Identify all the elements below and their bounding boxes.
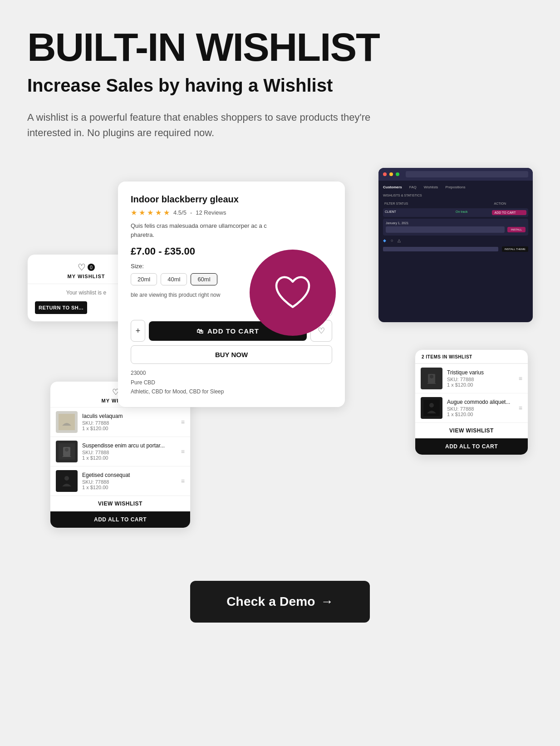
admin-bottom-bar: INSTALL THEME — [383, 246, 528, 252]
browser-dot-red — [383, 172, 387, 176]
item-info-1: Iaculis velaquam SKU: 77888 1 x $120.00 — [82, 413, 177, 431]
item-info-3: Egetised consequat SKU: 77888 1 x $120.0… — [82, 472, 177, 490]
admin-nav: Customers FAQ Wishlists Prepositions — [383, 185, 528, 189]
admin-input-1[interactable] — [386, 226, 505, 233]
admin-bottom-field[interactable] — [383, 247, 498, 251]
product-title: Indoor blackberry gleaux — [131, 194, 332, 205]
item-remove-2[interactable]: ≡ — [181, 448, 185, 455]
right-item-thumb-1 — [421, 368, 442, 389]
admin-content: Customers FAQ Wishlists Prepositions WIS… — [378, 181, 533, 256]
item-thumb-2 — [56, 441, 78, 462]
admin-controls: INSTALL — [386, 226, 526, 233]
cta-section: Check a Demo → — [27, 581, 533, 623]
add-to-cart-label: ADD TO CART — [207, 327, 259, 335]
check-demo-button[interactable]: Check a Demo → — [190, 581, 370, 623]
page-description: A wishlist is a powerful feature that en… — [27, 110, 399, 141]
add-all-to-cart-button-left[interactable]: ADD ALL TO CART — [50, 511, 190, 528]
admin-td-name-1: CLIENT — [385, 210, 454, 215]
admin-nav-item-4: Prepositions — [445, 185, 465, 189]
right-item-remove-2[interactable]: ≡ — [519, 404, 522, 412]
item-qty-2: 1 x $120.00 — [82, 455, 177, 461]
item-name-2: Suspendisse enim arcu ut portar... — [82, 442, 177, 449]
add-all-to-cart-button-right[interactable]: ADD ALL TO CART — [415, 438, 528, 455]
admin-sub-nav: WISHLISTS & STATISTICS — [383, 194, 528, 197]
wishlist-right-item-2: Augue commodo aliquet... SKU: 77888 1 x … — [415, 393, 528, 422]
admin-row-1: CLIENT On track ADD TO CART — [383, 208, 528, 217]
item-sku-1: SKU: 77888 — [82, 420, 177, 426]
item-image-2 — [59, 443, 75, 460]
admin-url-bar — [406, 171, 528, 177]
heart-circle-decoration — [250, 250, 336, 336]
right-item-sku-1: SKU: 77888 — [447, 377, 514, 382]
svg-rect-4 — [59, 473, 75, 489]
wishlist-item-3: Egetised consequat SKU: 77888 1 x $120.0… — [50, 466, 190, 496]
wishlist-right-item-1: Tristique varius SKU: 77888 1 x $120.00 … — [415, 363, 528, 393]
admin-th-2 — [456, 201, 491, 206]
svg-point-5 — [64, 476, 69, 481]
item-name-1: Iaculis velaquam — [82, 413, 177, 419]
view-wishlist-button-left[interactable]: VIEW WISHLIST — [50, 496, 190, 511]
review-count: 12 Reviews — [196, 209, 226, 216]
admin-panel-card: Customers FAQ Wishlists Prepositions WIS… — [378, 168, 533, 322]
buy-now-button[interactable]: BUY NOW — [131, 345, 332, 364]
right-item-info-2: Augue commodo aliquet... SKU: 77888 1 x … — [447, 399, 514, 417]
admin-install-btn[interactable]: INSTALL THEME — [502, 246, 528, 252]
wishlist-icon-row: ♡ 0 — [78, 262, 95, 273]
right-item-sku-2: SKU: 77888 — [447, 406, 514, 412]
page-sub-title: Increase Sales by having a Wishlist — [27, 74, 533, 96]
admin-th-3: ACTION — [493, 201, 529, 206]
right-item-name-1: Tristique varius — [447, 369, 514, 376]
wishlist-title-label: MY WISHLIST — [68, 274, 105, 279]
admin-social-icon-2: ○ — [391, 238, 393, 243]
item-remove-1[interactable]: ≡ — [181, 418, 185, 426]
rating-separator: - — [190, 209, 192, 216]
star-2: ★ — [139, 208, 145, 217]
wishlist-item-1: Iaculis velaquam SKU: 77888 1 x $120.00 … — [50, 407, 190, 437]
admin-date-range: January 1, 2021 — [386, 221, 526, 225]
item-sku-3: SKU: 77888 — [82, 479, 177, 485]
return-to-shop-button[interactable]: RETURN TO SH... — [35, 301, 87, 314]
admin-nav-item-1: Customers — [383, 185, 402, 189]
admin-browser-bar — [378, 168, 533, 181]
product-vendor: Pure CBD — [131, 378, 332, 387]
page-main-title: BUILT-IN WISHLIST — [27, 27, 533, 67]
admin-status-row: January 1, 2021 INSTALL — [383, 219, 528, 236]
item-thumb-3 — [56, 470, 78, 492]
item-qty-1: 1 x $120.00 — [82, 426, 177, 431]
admin-nav-item-2: FAQ — [409, 185, 417, 189]
right-item-qty-2: 1 x $120.00 — [447, 412, 514, 417]
admin-action-btn[interactable]: ADD TO CART — [492, 210, 527, 215]
cta-arrow-icon: → — [321, 594, 334, 609]
admin-sub-1: WISHLISTS & STATISTICS — [383, 194, 422, 197]
qty-decrease-button[interactable]: + — [131, 320, 145, 342]
admin-social-icon-3: △ — [398, 238, 401, 243]
size-60ml[interactable]: 60ml — [191, 273, 217, 285]
view-wishlist-button-right[interactable]: VIEW WISHLIST — [415, 422, 528, 438]
svg-point-8 — [430, 375, 433, 378]
admin-table: FILTER STATUS ACTION — [383, 201, 528, 206]
right-item-thumb-2 — [421, 397, 442, 419]
admin-th-1: FILTER STATUS — [383, 201, 454, 206]
right-item-qty-1: 1 x $120.00 — [447, 382, 514, 388]
product-sku: 23000 — [131, 368, 332, 378]
item-name-3: Egetised consequat — [82, 472, 177, 478]
item-image-1 — [59, 414, 75, 430]
svg-rect-9 — [423, 400, 440, 416]
item-qty-3: 1 x $120.00 — [82, 485, 177, 490]
admin-td-status-1: On track — [456, 210, 491, 215]
heart-circle-svg — [272, 272, 313, 313]
right-item-image-2 — [423, 400, 440, 416]
heart-icon: ♡ — [78, 262, 86, 273]
item-remove-3[interactable]: ≡ — [181, 477, 185, 485]
wishlist-count-badge: 0 — [88, 264, 95, 271]
admin-save-btn[interactable]: INSTALL — [507, 227, 526, 232]
rating-value: 4.5/5 — [173, 209, 187, 216]
svg-rect-0 — [59, 414, 75, 430]
admin-nav-item-3: Wishlists — [424, 185, 438, 189]
right-item-info-1: Tristique varius SKU: 77888 1 x $120.00 — [447, 369, 514, 388]
wishlist-items-card-right: 2 ITEMS IN WISHLIST Tristique varius SKU… — [415, 349, 528, 455]
size-20ml[interactable]: 20ml — [131, 273, 157, 285]
size-40ml[interactable]: 40ml — [161, 273, 187, 285]
star-1: ★ — [131, 208, 137, 217]
right-item-remove-1[interactable]: ≡ — [519, 375, 522, 382]
